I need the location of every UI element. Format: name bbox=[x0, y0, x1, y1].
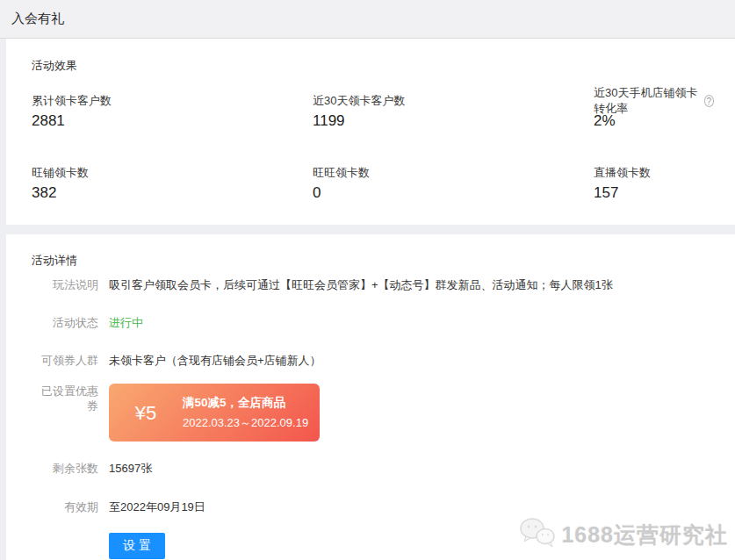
stat-label: 直播领卡数 bbox=[594, 165, 714, 181]
activity-details-card: 活动详情 玩法说明 吸引客户领取会员卡，后续可通过【旺旺会员管家】+【动态号】群… bbox=[6, 234, 735, 560]
set-button[interactable]: 设 置 bbox=[109, 533, 165, 559]
detail-row-coupon: 已设置优惠券 ¥5 满50减5，全店商品 2022.03.23～2022.09.… bbox=[32, 384, 714, 442]
stat-label: 旺铺领卡数 bbox=[32, 165, 313, 181]
detail-row-remaining: 剩余张数 15697张 bbox=[32, 461, 714, 476]
stat-label: 近30天手机店铺领卡转化率 ? bbox=[594, 93, 714, 109]
status-badge: 进行中 bbox=[109, 315, 143, 330]
stat-live-cards: 直播领卡数 157 bbox=[594, 165, 714, 202]
detail-row-audience: 可领券人群 未领卡客户（含现有店铺会员+店铺新人） bbox=[32, 353, 714, 368]
coupon-date-range: 2022.03.23～2022.09.19 bbox=[183, 413, 308, 433]
stat-value: 0 bbox=[313, 184, 594, 202]
remaining-count: 15697张 bbox=[109, 461, 152, 476]
coupon-card: ¥5 满50减5，全店商品 2022.03.23～2022.09.19 bbox=[109, 384, 320, 442]
detail-label: 有效期 bbox=[32, 499, 98, 514]
stat-wangwang-cards: 旺旺领卡数 0 bbox=[313, 165, 594, 202]
stat-label: 旺旺领卡数 bbox=[313, 165, 594, 181]
stat-value: 1199 bbox=[313, 112, 594, 130]
page: 入会有礼 活动效果 累计领卡客户数 2881 近30天领卡客户数 1199 近3… bbox=[0, 0, 735, 560]
button-row: 设 置 bbox=[32, 533, 714, 559]
detail-label: 玩法说明 bbox=[32, 277, 98, 292]
coupon-info: 满50减5，全店商品 2022.03.23～2022.09.19 bbox=[183, 392, 315, 433]
main-content: 活动效果 累计领卡客户数 2881 近30天领卡客户数 1199 近30天手机店… bbox=[6, 39, 735, 560]
rules-description: 吸引客户领取会员卡，后续可通过【旺旺会员管家】+【动态号】群发新品、活动通知；每… bbox=[109, 277, 613, 292]
activity-effects-card: 活动效果 累计领卡客户数 2881 近30天领卡客户数 1199 近30天手机店… bbox=[6, 39, 735, 225]
stat-30d-card-customers: 近30天领卡客户数 1199 bbox=[313, 93, 594, 130]
stat-value: 2881 bbox=[32, 112, 313, 130]
coupon-title: 满50减5，全店商品 bbox=[183, 392, 308, 413]
audience-value: 未领卡客户（含现有店铺会员+店铺新人） bbox=[109, 353, 321, 368]
effects-heading: 活动效果 bbox=[32, 58, 714, 74]
stat-wangpu-cards: 旺铺领卡数 382 bbox=[32, 165, 313, 202]
stat-total-card-customers: 累计领卡客户数 2881 bbox=[32, 93, 313, 130]
detail-label: 活动状态 bbox=[32, 315, 98, 330]
validity-date: 至2022年09月19日 bbox=[109, 499, 205, 514]
details-heading: 活动详情 bbox=[32, 253, 714, 269]
stat-30d-mobile-conversion: 近30天手机店铺领卡转化率 ? 2% bbox=[594, 93, 714, 130]
button-spacer bbox=[32, 533, 109, 559]
stat-value: 157 bbox=[594, 184, 714, 202]
stats-grid: 累计领卡客户数 2881 近30天领卡客户数 1199 近30天手机店铺领卡转化… bbox=[32, 93, 714, 202]
detail-label: 剩余张数 bbox=[32, 461, 98, 476]
stat-value: 382 bbox=[32, 184, 313, 202]
detail-row-validity: 有效期 至2022年09月19日 bbox=[32, 499, 714, 514]
coupon-amount: ¥5 bbox=[109, 406, 183, 420]
stat-label: 近30天领卡客户数 bbox=[313, 93, 594, 109]
detail-label: 可领券人群 bbox=[32, 353, 98, 368]
page-header: 入会有礼 bbox=[0, 0, 735, 39]
page-title: 入会有礼 bbox=[11, 11, 64, 27]
stat-label: 累计领卡客户数 bbox=[32, 93, 313, 109]
help-icon[interactable]: ? bbox=[704, 95, 714, 107]
detail-row-status: 活动状态 进行中 bbox=[32, 315, 714, 330]
detail-row-rules: 玩法说明 吸引客户领取会员卡，后续可通过【旺旺会员管家】+【动态号】群发新品、活… bbox=[32, 277, 714, 292]
detail-label: 已设置优惠券 bbox=[32, 384, 98, 413]
